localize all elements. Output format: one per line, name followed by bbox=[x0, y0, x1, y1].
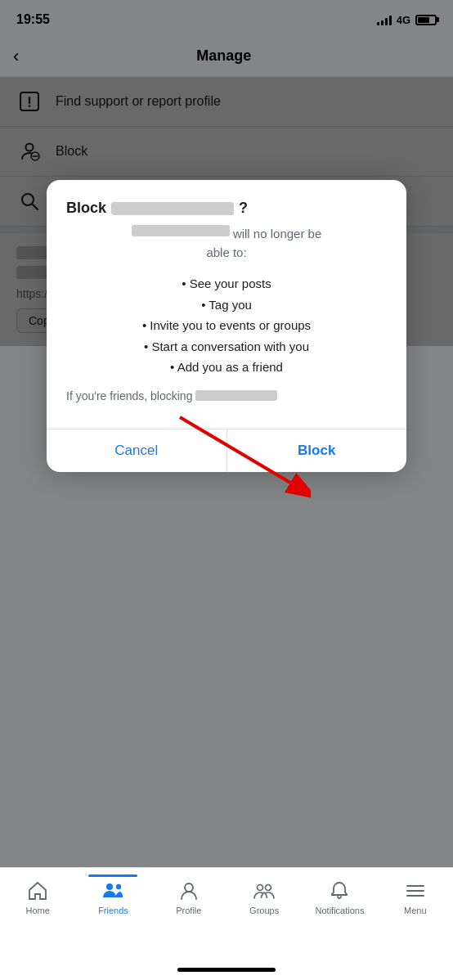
home-icon bbox=[26, 879, 49, 902]
friends-icon bbox=[101, 879, 124, 902]
block-modal: Block ? will no longer be able to: • See… bbox=[47, 180, 406, 472]
profile-label: Profile bbox=[176, 906, 201, 915]
menu-label: Menu bbox=[404, 906, 427, 915]
home-indicator bbox=[177, 968, 276, 972]
cancel-button[interactable]: Cancel bbox=[47, 429, 227, 472]
svg-point-10 bbox=[106, 883, 113, 890]
nav-item-notifications[interactable]: Notifications bbox=[302, 874, 377, 915]
modal-footer-text: If you're friends, blocking bbox=[66, 389, 387, 402]
block-confirm-button[interactable]: Block bbox=[227, 429, 407, 472]
list-item-posts: • See your posts bbox=[66, 273, 387, 294]
home-label: Home bbox=[25, 906, 49, 915]
svg-point-11 bbox=[116, 884, 121, 889]
nav-item-menu[interactable]: Menu bbox=[378, 874, 453, 915]
groups-label: Groups bbox=[249, 906, 279, 915]
menu-icon bbox=[404, 879, 427, 902]
bottom-nav: Home Friends Profile bbox=[0, 867, 453, 980]
list-item-tag: • Tag you bbox=[66, 294, 387, 316]
modal-actions: Cancel Block bbox=[47, 429, 406, 472]
friends-label: Friends bbox=[98, 906, 128, 915]
groups-icon bbox=[253, 879, 276, 902]
list-item-conversation: • Start a conversation with you bbox=[66, 336, 387, 357]
profile-icon bbox=[177, 879, 200, 902]
notifications-label: Notifications bbox=[316, 906, 365, 915]
modal-subtitle: will no longer be able to: bbox=[66, 225, 387, 262]
modal-title-prefix: Block bbox=[66, 200, 106, 217]
footer-name-blurred bbox=[195, 390, 277, 401]
active-indicator bbox=[88, 874, 137, 877]
footer-text-label: If you're friends, blocking bbox=[66, 389, 192, 402]
nav-item-friends[interactable]: Friends bbox=[75, 874, 150, 915]
nav-item-groups[interactable]: Groups bbox=[226, 874, 302, 915]
modal-restrictions-list: • See your posts • Tag you • Invite you … bbox=[66, 273, 387, 378]
modal-title-suffix: ? bbox=[239, 200, 248, 217]
svg-point-14 bbox=[266, 885, 271, 891]
notifications-icon bbox=[328, 879, 351, 902]
svg-point-13 bbox=[258, 885, 263, 891]
list-item-events: • Invite you to events or groups bbox=[66, 315, 387, 336]
svg-point-12 bbox=[185, 883, 193, 892]
nav-item-home[interactable]: Home bbox=[0, 874, 75, 915]
modal-body: Block ? will no longer be able to: • See… bbox=[47, 180, 406, 429]
modal-subtitle-line1: will no longer be bbox=[233, 227, 321, 241]
modal-title: Block ? bbox=[66, 200, 387, 217]
nav-item-profile[interactable]: Profile bbox=[151, 874, 226, 915]
list-item-friend: • Add you as a friend bbox=[66, 357, 387, 378]
modal-subtitle-line2: able to: bbox=[206, 245, 246, 259]
